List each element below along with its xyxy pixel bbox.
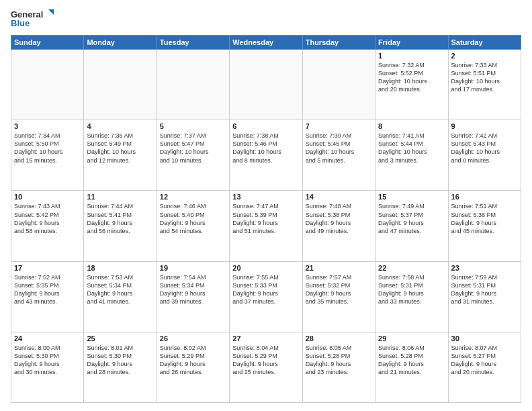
calendar-cell — [157, 50, 229, 120]
day-number: 11 — [87, 193, 153, 201]
day-number: 27 — [232, 334, 299, 342]
calendar-cell: 13Sunrise: 7:47 AM Sunset: 5:39 PM Dayli… — [230, 191, 302, 261]
calendar-cell: 23Sunrise: 7:59 AM Sunset: 5:31 PM Dayli… — [448, 261, 521, 332]
day-number: 23 — [451, 264, 518, 272]
day-info: Sunrise: 7:43 AM Sunset: 5:42 PM Dayligh… — [14, 202, 81, 235]
calendar-cell: 18Sunrise: 7:53 AM Sunset: 5:34 PM Dayli… — [84, 261, 157, 332]
calendar-cell: 1Sunrise: 7:32 AM Sunset: 5:52 PM Daylig… — [375, 50, 448, 120]
calendar-cell: 8Sunrise: 7:41 AM Sunset: 5:44 PM Daylig… — [375, 120, 448, 191]
day-info: Sunrise: 7:41 AM Sunset: 5:44 PM Dayligh… — [378, 132, 445, 165]
calendar-cell: 25Sunrise: 8:01 AM Sunset: 5:30 PM Dayli… — [84, 332, 157, 402]
calendar-header-row: SundayMondayTuesdayWednesdayThursdayFrid… — [11, 36, 521, 50]
day-info: Sunrise: 7:52 AM Sunset: 5:35 PM Dayligh… — [14, 273, 81, 306]
svg-marker-1 — [48, 9, 54, 15]
page: GeneralBlue SundayMondayTuesdayWednesday… — [0, 0, 532, 411]
day-number: 2 — [451, 52, 518, 60]
day-info: Sunrise: 8:07 AM Sunset: 5:27 PM Dayligh… — [451, 344, 518, 377]
calendar-cell: 7Sunrise: 7:39 AM Sunset: 5:45 PM Daylig… — [302, 120, 375, 191]
calendar-cell: 30Sunrise: 8:07 AM Sunset: 5:27 PM Dayli… — [448, 332, 521, 402]
svg-text:Blue: Blue — [11, 18, 30, 28]
day-number: 24 — [14, 334, 81, 342]
day-info: Sunrise: 7:51 AM Sunset: 5:36 PM Dayligh… — [451, 202, 518, 235]
col-header-thursday: Thursday — [302, 36, 375, 50]
day-number: 4 — [87, 122, 153, 130]
day-number: 28 — [306, 334, 372, 342]
calendar-cell: 14Sunrise: 7:48 AM Sunset: 5:38 PM Dayli… — [302, 191, 375, 261]
calendar-table: SundayMondayTuesdayWednesdayThursdayFrid… — [11, 35, 521, 403]
week-row-0: 1Sunrise: 7:32 AM Sunset: 5:52 PM Daylig… — [11, 50, 521, 120]
day-number: 13 — [232, 193, 299, 201]
day-info: Sunrise: 7:49 AM Sunset: 5:37 PM Dayligh… — [378, 202, 445, 235]
day-info: Sunrise: 7:39 AM Sunset: 5:45 PM Dayligh… — [306, 132, 372, 165]
col-header-saturday: Saturday — [448, 36, 521, 50]
day-info: Sunrise: 8:04 AM Sunset: 5:29 PM Dayligh… — [232, 344, 299, 377]
day-info: Sunrise: 7:54 AM Sunset: 5:34 PM Dayligh… — [160, 273, 226, 306]
day-number: 3 — [14, 122, 81, 130]
calendar-cell — [230, 50, 302, 120]
day-number: 6 — [232, 122, 299, 130]
day-number: 14 — [306, 193, 372, 201]
logo-svg: GeneralBlue — [11, 8, 58, 30]
calendar-cell: 22Sunrise: 7:58 AM Sunset: 5:31 PM Dayli… — [375, 261, 448, 332]
day-info: Sunrise: 8:01 AM Sunset: 5:30 PM Dayligh… — [87, 344, 153, 377]
day-number: 16 — [451, 193, 518, 201]
day-info: Sunrise: 7:36 AM Sunset: 5:49 PM Dayligh… — [87, 132, 153, 165]
day-number: 21 — [306, 264, 372, 272]
day-number: 20 — [232, 264, 299, 272]
col-header-wednesday: Wednesday — [230, 36, 302, 50]
calendar-cell — [302, 50, 375, 120]
calendar-cell — [84, 50, 157, 120]
week-row-3: 17Sunrise: 7:52 AM Sunset: 5:35 PM Dayli… — [11, 261, 521, 332]
day-info: Sunrise: 7:57 AM Sunset: 5:32 PM Dayligh… — [306, 273, 372, 306]
calendar-cell: 9Sunrise: 7:42 AM Sunset: 5:43 PM Daylig… — [448, 120, 521, 191]
day-number: 12 — [160, 193, 226, 201]
header: GeneralBlue — [11, 8, 521, 30]
col-header-tuesday: Tuesday — [157, 36, 229, 50]
calendar-cell: 15Sunrise: 7:49 AM Sunset: 5:37 PM Dayli… — [375, 191, 448, 261]
calendar-cell: 17Sunrise: 7:52 AM Sunset: 5:35 PM Dayli… — [11, 261, 84, 332]
calendar-cell: 5Sunrise: 7:37 AM Sunset: 5:47 PM Daylig… — [157, 120, 229, 191]
calendar-cell: 19Sunrise: 7:54 AM Sunset: 5:34 PM Dayli… — [157, 261, 229, 332]
calendar-cell: 2Sunrise: 7:33 AM Sunset: 5:51 PM Daylig… — [448, 50, 521, 120]
week-row-1: 3Sunrise: 7:34 AM Sunset: 5:50 PM Daylig… — [11, 120, 521, 191]
day-number: 5 — [160, 122, 226, 130]
day-number: 17 — [14, 264, 81, 272]
day-info: Sunrise: 7:42 AM Sunset: 5:43 PM Dayligh… — [451, 132, 518, 165]
day-number: 9 — [451, 122, 518, 130]
day-number: 25 — [87, 334, 153, 342]
calendar-cell: 21Sunrise: 7:57 AM Sunset: 5:32 PM Dayli… — [302, 261, 375, 332]
day-info: Sunrise: 7:53 AM Sunset: 5:34 PM Dayligh… — [87, 273, 153, 306]
calendar-cell: 24Sunrise: 8:00 AM Sunset: 5:30 PM Dayli… — [11, 332, 84, 402]
day-info: Sunrise: 7:34 AM Sunset: 5:50 PM Dayligh… — [14, 132, 81, 165]
calendar-cell — [11, 50, 84, 120]
day-info: Sunrise: 8:02 AM Sunset: 5:29 PM Dayligh… — [160, 344, 226, 377]
calendar-cell: 26Sunrise: 8:02 AM Sunset: 5:29 PM Dayli… — [157, 332, 229, 402]
day-number: 26 — [160, 334, 226, 342]
col-header-friday: Friday — [375, 36, 448, 50]
calendar-cell: 12Sunrise: 7:46 AM Sunset: 5:40 PM Dayli… — [157, 191, 229, 261]
day-info: Sunrise: 7:48 AM Sunset: 5:38 PM Dayligh… — [306, 202, 372, 235]
day-info: Sunrise: 7:59 AM Sunset: 5:31 PM Dayligh… — [451, 273, 518, 306]
day-number: 15 — [378, 193, 445, 201]
day-info: Sunrise: 8:05 AM Sunset: 5:28 PM Dayligh… — [306, 344, 372, 377]
day-info: Sunrise: 7:38 AM Sunset: 5:46 PM Dayligh… — [232, 132, 299, 165]
calendar-cell: 20Sunrise: 7:55 AM Sunset: 5:33 PM Dayli… — [230, 261, 302, 332]
day-info: Sunrise: 7:32 AM Sunset: 5:52 PM Dayligh… — [378, 61, 445, 94]
day-number: 22 — [378, 264, 445, 272]
calendar-cell: 16Sunrise: 7:51 AM Sunset: 5:36 PM Dayli… — [448, 191, 521, 261]
calendar-cell: 27Sunrise: 8:04 AM Sunset: 5:29 PM Dayli… — [230, 332, 302, 402]
day-info: Sunrise: 7:55 AM Sunset: 5:33 PM Dayligh… — [232, 273, 299, 306]
logo: GeneralBlue — [11, 8, 58, 30]
day-info: Sunrise: 7:44 AM Sunset: 5:41 PM Dayligh… — [87, 202, 153, 235]
calendar-cell: 6Sunrise: 7:38 AM Sunset: 5:46 PM Daylig… — [230, 120, 302, 191]
day-info: Sunrise: 8:00 AM Sunset: 5:30 PM Dayligh… — [14, 344, 81, 377]
week-row-2: 10Sunrise: 7:43 AM Sunset: 5:42 PM Dayli… — [11, 191, 521, 261]
day-info: Sunrise: 7:58 AM Sunset: 5:31 PM Dayligh… — [378, 273, 445, 306]
day-info: Sunrise: 8:06 AM Sunset: 5:28 PM Dayligh… — [378, 344, 445, 377]
calendar-cell: 4Sunrise: 7:36 AM Sunset: 5:49 PM Daylig… — [84, 120, 157, 191]
day-number: 10 — [14, 193, 81, 201]
day-number: 18 — [87, 264, 153, 272]
week-row-4: 24Sunrise: 8:00 AM Sunset: 5:30 PM Dayli… — [11, 332, 521, 402]
col-header-monday: Monday — [84, 36, 157, 50]
day-info: Sunrise: 7:46 AM Sunset: 5:40 PM Dayligh… — [160, 202, 226, 235]
